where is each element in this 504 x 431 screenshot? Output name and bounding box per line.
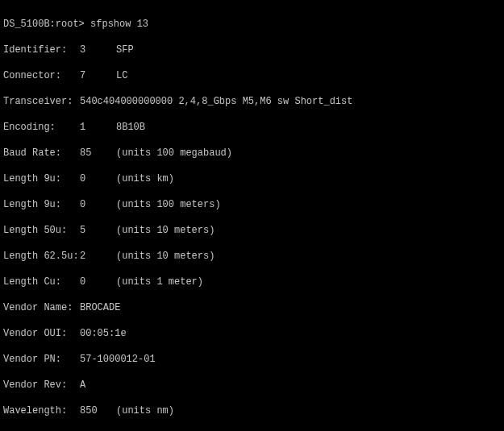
field-value: 85 [80,147,116,160]
field-row: Baud Rate:85(units 100 megabaud) [3,147,501,160]
field-row: Connector:7LC [3,69,501,82]
field-value: 0 [80,276,116,288]
field-label: Length 62.5u: [3,250,80,263]
field-desc: (units 10 meters) [116,224,215,237]
field-desc: (units 100 meters) [116,198,221,211]
field-row: Encoding:18B10B [3,121,501,134]
field-desc: (units 1 meter) [116,276,203,288]
field-value: 3 [80,44,116,56]
vendor-label: Vendor PN: [3,353,80,366]
field-value: 5 [80,224,116,237]
vendor-value: BROCADE [80,302,120,313]
field-label: Baud Rate: [3,147,80,160]
misc-row: Wavelength:850(units nm) [3,404,501,417]
field-row: Length 9u:0(units km) [3,172,501,185]
vendor-row: Vendor OUI:00:05:1e [3,327,501,340]
field-row: Length Cu:0(units 1 meter) [3,276,501,288]
field-desc: LC [116,69,127,82]
misc-label: Wavelength: [3,404,80,417]
vendor-label: Vendor Rev: [3,379,80,392]
field-desc: 8B10B [116,121,145,134]
field-row: Transceiver:540c404000000000 2,4,8_Gbps … [3,95,501,108]
vendor-value: 57-1000012-01 [80,354,156,365]
misc-value: 850 [80,404,116,417]
field-value-full: 540c404000000000 2,4,8_Gbps M5,M6 sw Sho… [80,95,352,108]
vendor-row: Vendor Rev:A [3,379,501,392]
vendor-row: Vendor Name:BROCADE [3,301,501,314]
field-desc: (units 10 meters) [116,250,215,263]
field-label: Length 9u: [3,172,80,185]
field-value: 1 [80,121,116,134]
field-label: Connector: [3,69,80,82]
field-desc: (units 100 megabaud) [116,147,232,160]
vendor-value: 00:05:1e [80,328,127,339]
vendor-row: Vendor PN:57-1000012-01 [3,353,501,366]
field-value: 0 [80,172,116,185]
field-row: Identifier:3SFP [3,44,501,56]
prompt-command: sfpshow 13 [90,19,148,30]
field-label: Transceiver: [3,95,80,108]
vendor-label: Vendor OUI: [3,327,80,340]
field-value: 7 [80,69,116,82]
field-label: Length 50u: [3,224,80,237]
terminal-output: DS_5100B:root> sfpshow 13 Identifier:3SF… [0,0,504,431]
field-row: Length 9u:0(units 100 meters) [3,198,501,211]
field-label: Length Cu: [3,276,80,288]
field-label: Identifier: [3,44,80,56]
vendor-value: A [80,379,85,391]
prompt-host: DS_5100B:root> [3,19,85,30]
prompt-line[interactable]: DS_5100B:root> sfpshow 13 [3,18,501,31]
field-value: 0 [80,198,116,211]
field-label: Length 9u: [3,198,80,211]
vendor-label: Vendor Name: [3,301,80,314]
field-row: Length 50u:5(units 10 meters) [3,224,501,237]
misc-desc: (units nm) [116,404,174,417]
field-desc: (units km) [116,172,174,185]
field-row: Length 62.5u:2(units 10 meters) [3,250,501,263]
field-value: 2 [80,250,116,263]
field-desc: SFP [116,44,134,56]
field-label: Encoding: [3,121,80,134]
